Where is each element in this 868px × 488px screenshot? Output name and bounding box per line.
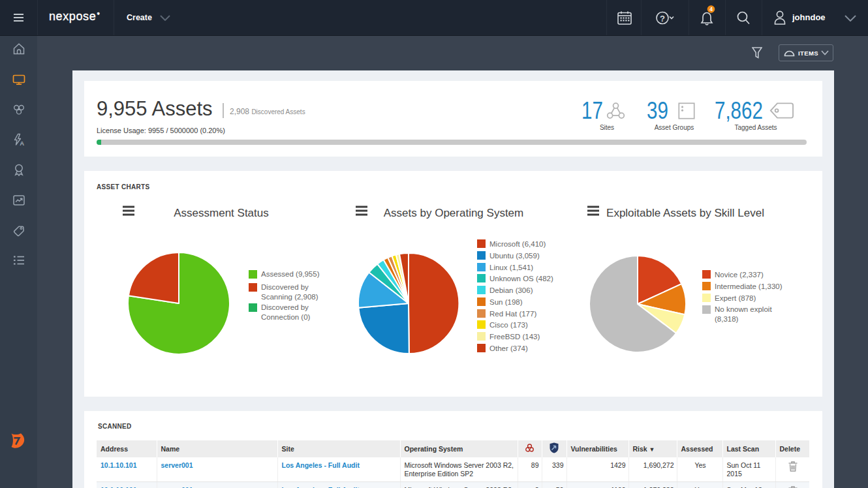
svg-text:?: ? bbox=[660, 14, 665, 23]
svg-text:4: 4 bbox=[709, 6, 713, 12]
svg-text:A: A bbox=[20, 140, 24, 147]
